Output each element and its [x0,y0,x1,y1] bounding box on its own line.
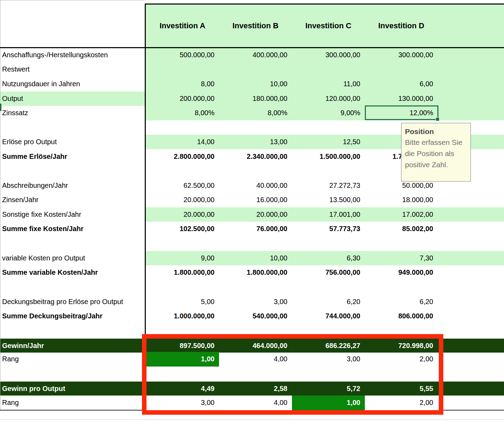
cell-value[interactable]: 1.500.000,00 [292,149,360,164]
cell-value[interactable]: 120.000,00 [292,91,360,106]
cell-value[interactable]: 130.000,00 [365,91,433,106]
cell-value[interactable]: 200.000,00 [146,91,215,106]
cell-value[interactable]: 3,00 [219,295,287,309]
row-label[interactable]: Gewinn/Jahr [2,339,44,353]
table-top-border [145,3,504,5]
selected-cell-outline[interactable] [365,105,438,120]
cell-value[interactable]: 180.000,00 [219,91,287,106]
row-label[interactable]: Gewinn pro Output [2,382,65,396]
tooltip-text-line: die Position als [405,148,467,159]
cell-value[interactable]: 10,00 [219,77,287,91]
gridline-left-edge [0,0,0,410]
gridline-bottom [0,420,504,420]
selected-row-header-mark [0,104,1,111]
cell-value[interactable]: 8,00% [146,106,215,120]
cell-value[interactable]: 2.340.000,00 [219,149,287,164]
cell-value[interactable]: 6,20 [365,295,433,309]
column-header-c[interactable]: Investition C [292,5,365,47]
cell-value[interactable]: 300.000,00 [365,48,433,62]
cell-value[interactable]: 8,00% [219,106,287,120]
cell-value[interactable]: 6,30 [292,251,360,265]
cell-value[interactable]: 1.000.000,00 [146,309,215,323]
cell-value[interactable]: 806.000,00 [365,309,433,323]
cell-value[interactable]: 13.500,00 [292,193,360,207]
cell-value[interactable]: 6,20 [292,295,360,309]
cell-value[interactable]: 2.800.000,00 [146,149,215,164]
cell-value[interactable]: 12,50 [292,135,360,149]
row-label[interactable]: Restwert [2,62,30,76]
column-header-d[interactable]: Investition D [365,5,438,47]
result-red-outline [142,334,443,415]
row-label[interactable]: Rang [2,396,19,410]
validation-tooltip: Position Bitte erfassen Sie die Position… [401,123,471,182]
cell-value[interactable]: 11,00 [292,77,360,91]
column-header-a[interactable]: Investition A [146,5,219,47]
row-label[interactable]: Zinssatz [2,106,28,120]
cell-value[interactable]: 27.272,73 [292,178,360,193]
row-label[interactable]: Zinsen/Jahr [2,193,39,207]
row-label[interactable]: Summe Erlöse/Jahr [2,149,67,164]
cell-value[interactable]: 40.000,00 [219,178,287,193]
row-label[interactable]: Summe variable Kosten/Jahr [2,265,98,280]
cell-value[interactable]: 540.000,00 [219,309,287,323]
row-label[interactable]: Rang [2,352,19,366]
cell-value[interactable]: 76.000,00 [219,222,287,236]
cell-value[interactable]: 7,30 [365,251,433,265]
row-label[interactable]: Sonstige fixe Kosten/Jahr [2,207,81,222]
row-label[interactable]: Output [2,91,23,106]
cell-value[interactable]: 20.000,00 [146,207,215,222]
cell-value[interactable]: 5,00 [146,295,215,309]
cell-value[interactable]: 9,00 [146,251,215,265]
gridline-top-left [0,0,145,0]
cell-value[interactable]: 1.800.000,00 [146,265,215,280]
cell-value[interactable]: 400.000,00 [219,48,287,62]
cell-value[interactable]: 9,00% [292,106,360,120]
row-label[interactable]: Nutzungsdauer in Jahren [2,77,80,91]
bottom-border-right [443,410,504,411]
fill-handle[interactable] [436,117,439,121]
label-column-divider [145,3,146,335]
tooltip-text-line: positive Zahl. [405,159,467,170]
cell-value[interactable]: 20.000,00 [146,193,215,207]
cell-value[interactable]: 744.000,00 [292,309,360,323]
cell-value[interactable]: 62.500,00 [146,178,215,193]
cell-value[interactable]: 949.000,00 [365,265,433,280]
cell-value[interactable]: 300.000,00 [292,48,360,62]
row-label[interactable]: Erlöse pro Output [2,135,57,149]
row-label[interactable]: Summe Deckungsbeitrag/Jahr [2,309,103,323]
cell-value[interactable]: 16.000,00 [219,193,287,207]
cell-value[interactable]: 756.000,00 [292,265,360,280]
tooltip-text-line: Bitte erfassen Sie [405,137,467,148]
cell-value[interactable]: 17.001,00 [292,207,360,222]
header-divider [0,47,504,48]
cell-value[interactable]: 500.000,00 [146,48,215,62]
bottom-border-left [0,410,142,411]
cell-value[interactable]: 14,00 [146,135,215,149]
row-label[interactable]: Summe fixe Kosten/Jahr [2,222,83,236]
cell-value[interactable]: 18.000,00 [365,193,433,207]
cell-value[interactable]: 8,00 [146,77,215,91]
row-label[interactable]: Anschaffungs-/Herstellungskosten [2,48,108,62]
row-label[interactable]: Deckungsbeitrag pro Erlöse pro Output [2,295,123,309]
tooltip-title: Position [405,126,467,137]
cell-value[interactable]: 13,00 [219,135,287,149]
cell-value[interactable]: 6,00 [365,77,433,91]
row-label[interactable]: variable Kosten pro Output [2,251,85,265]
cell-value[interactable]: 20.000,00 [219,207,287,222]
cell-value[interactable]: 57.773,73 [292,222,360,236]
row-label[interactable]: Abschreibungen/Jahr [2,178,68,193]
spreadsheet-view: Investition AInvestition BInvestition CI… [0,0,504,421]
cell-value[interactable]: 102.500,00 [146,222,215,236]
cell-value[interactable]: 1.800.000,00 [219,265,287,280]
cell-value[interactable]: 85.002,00 [365,222,433,236]
cell-value[interactable]: 17.002,00 [365,207,433,222]
cell-value[interactable]: 10,00 [219,251,287,265]
column-header-b[interactable]: Investition B [219,5,292,47]
